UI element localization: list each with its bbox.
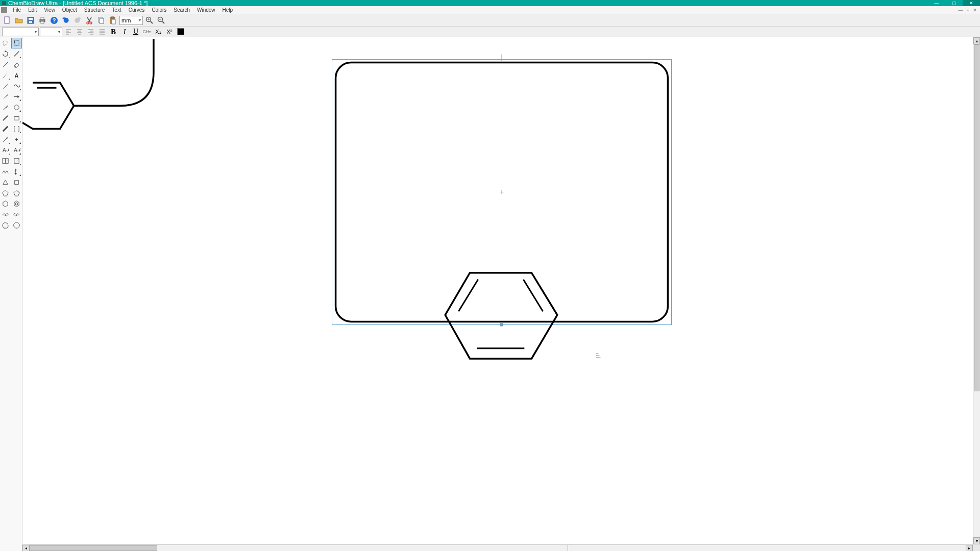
svg-line-61 (3, 138, 7, 142)
benzene-structure[interactable] (445, 273, 557, 359)
scroll-left-button[interactable]: ◂ (22, 545, 30, 551)
benzene-tool[interactable] (11, 198, 22, 209)
zoom-in-button[interactable] (144, 15, 155, 26)
format-toolbar: B I U CH₂ X₂ X² (0, 27, 980, 37)
bold-button[interactable]: B (108, 27, 118, 36)
bracket-tool[interactable] (11, 123, 22, 134)
wavy-bond-tool[interactable] (0, 113, 11, 123)
lasso-tool[interactable] (0, 38, 11, 48)
marquee-tool[interactable] (11, 38, 22, 48)
menu-curves[interactable]: Curves (125, 7, 149, 13)
maximize-button[interactable]: ▢ (945, 0, 963, 6)
save-button[interactable] (26, 15, 36, 26)
units-combo[interactable]: mm (119, 16, 143, 25)
atom-tool[interactable] (11, 166, 22, 177)
menu-colors[interactable]: Colors (148, 7, 170, 13)
align-center-button[interactable] (75, 27, 85, 36)
color-button[interactable] (176, 27, 186, 36)
close-button[interactable]: ✕ (963, 0, 980, 6)
eraser-tool[interactable] (11, 59, 22, 70)
menu-edit[interactable]: Edit (24, 7, 40, 13)
scroll-up-button[interactable]: ▴ (973, 37, 980, 44)
svg-line-86 (458, 280, 478, 311)
cyclopentane-tool[interactable] (0, 188, 11, 198)
primitive-tool[interactable] (11, 113, 22, 123)
cyclobutane-tool[interactable] (11, 177, 22, 188)
copy-button[interactable] (96, 15, 106, 26)
acyclic-chain-tool[interactable] (0, 166, 11, 177)
bold-bond-tool[interactable] (0, 123, 11, 134)
hashed-wedge-tool[interactable] (0, 102, 11, 113)
vertical-scrollbar[interactable]: ▴ ▾ (973, 37, 980, 544)
cyclopentadiene-tool[interactable] (11, 188, 22, 198)
wedge-bond-tool[interactable] (0, 91, 11, 102)
pen-tool[interactable] (11, 81, 22, 91)
undo-button[interactable] (61, 15, 71, 26)
mdi-minimize-button[interactable]: — (958, 7, 964, 13)
cyclopropane-tool[interactable] (0, 177, 11, 188)
paste-button[interactable] (108, 15, 118, 26)
menu-window[interactable]: Window (193, 7, 219, 13)
superscript-button[interactable]: X² (164, 27, 175, 36)
new-button[interactable] (2, 15, 12, 26)
template-tool[interactable] (11, 156, 22, 166)
italic-button[interactable]: I (119, 27, 130, 36)
svg-rect-5 (41, 17, 44, 19)
horizontal-scrollbar[interactable]: ◂ ▸ (22, 544, 973, 551)
menu-search[interactable]: Search (170, 7, 193, 13)
solid-bond-tool[interactable] (11, 48, 22, 59)
cyclohexane-tool[interactable] (0, 198, 11, 209)
menu-help[interactable]: Help (219, 7, 237, 13)
align-right-button[interactable] (86, 27, 96, 36)
svg-text:A·A: A·A (3, 147, 9, 153)
minimize-button[interactable]: — (928, 0, 945, 6)
chair1-tool[interactable] (0, 209, 11, 220)
font-combo[interactable] (2, 28, 39, 36)
menu-file[interactable]: File (9, 7, 24, 13)
redo-button[interactable] (72, 15, 83, 26)
dashed-bond-tool[interactable] (0, 70, 11, 81)
orbital-tool[interactable] (11, 102, 22, 113)
cycloheptane-tool[interactable] (0, 220, 11, 231)
size-combo[interactable] (40, 28, 62, 36)
help-button[interactable]: ? (49, 15, 59, 26)
open-button[interactable] (14, 15, 24, 26)
table-tool[interactable] (0, 156, 11, 166)
cut-button[interactable] (84, 15, 94, 26)
dative-bond-tool[interactable] (0, 134, 11, 145)
zoom-out-button[interactable] (156, 15, 166, 26)
hashed-bond-tool[interactable] (0, 81, 11, 91)
query-tool[interactable]: A·A (0, 145, 11, 156)
subscript-button[interactable]: X₂ (153, 27, 163, 36)
arrow-tool[interactable] (11, 91, 22, 102)
single-bond-tool[interactable] (0, 59, 11, 70)
svg-rect-14 (111, 17, 114, 18)
hscroll-thumb[interactable] (30, 545, 157, 551)
workspace: A A·A A·A (0, 37, 980, 551)
scroll-down-button[interactable]: ▾ (973, 537, 980, 544)
cyclooctane-tool[interactable] (11, 220, 22, 231)
mdi-restore-button[interactable]: ▫ (965, 7, 971, 13)
align-justify-button[interactable] (97, 27, 107, 36)
underline-button[interactable]: U (131, 27, 141, 36)
svg-point-10 (90, 22, 92, 24)
chair2-tool[interactable] (11, 209, 22, 220)
drawing-canvas[interactable]: ▴ ▾ (22, 37, 980, 551)
selected-rounded-rect[interactable] (332, 54, 672, 357)
svg-line-42 (3, 62, 8, 67)
menu-structure[interactable]: Structure (81, 7, 109, 13)
text-tool[interactable]: A (11, 70, 22, 81)
menu-object[interactable]: Object (59, 7, 81, 13)
chem-symbol-tool[interactable] (11, 134, 22, 145)
rotate-tool[interactable] (0, 48, 11, 59)
print-button[interactable] (37, 15, 47, 26)
app-icon (2, 1, 6, 5)
tlc-tool[interactable]: A·A (11, 145, 22, 156)
vscroll-thumb[interactable] (974, 44, 979, 391)
menu-text[interactable]: Text (108, 7, 125, 13)
mdi-close-button[interactable]: ✕ (972, 7, 978, 13)
formula-button[interactable]: CH₂ (142, 27, 152, 36)
scroll-right-button[interactable]: ▸ (966, 545, 973, 551)
align-left-button[interactable] (63, 27, 74, 36)
menu-view[interactable]: View (40, 7, 59, 13)
